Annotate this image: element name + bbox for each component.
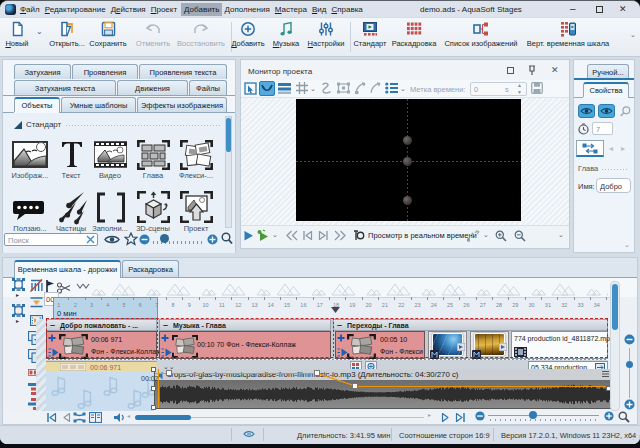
svg-text:32: 32 — [561, 302, 567, 308]
svg-text:25: 25 — [447, 302, 453, 308]
svg-text:24: 24 — [431, 302, 437, 308]
svg-text:11: 11 — [219, 302, 225, 308]
svg-text:6: 6 — [139, 302, 142, 308]
svg-text:10: 10 — [203, 302, 209, 308]
svg-text:26: 26 — [463, 302, 469, 308]
svg-text:28: 28 — [496, 302, 502, 308]
svg-text:1: 1 — [57, 302, 60, 308]
svg-text:30: 30 — [529, 302, 535, 308]
svg-text:29: 29 — [512, 302, 518, 308]
svg-text:23: 23 — [414, 302, 420, 308]
svg-text:31: 31 — [545, 302, 551, 308]
svg-text:3: 3 — [90, 302, 93, 308]
svg-text:16: 16 — [300, 302, 306, 308]
svg-text:9: 9 — [188, 302, 191, 308]
svg-text:14: 14 — [268, 302, 274, 308]
svg-text:4: 4 — [106, 302, 109, 308]
svg-text:34: 34 — [594, 302, 600, 308]
svg-text:8: 8 — [171, 302, 174, 308]
svg-text:20: 20 — [366, 302, 372, 308]
svg-text:13: 13 — [251, 302, 257, 308]
svg-text:27: 27 — [480, 302, 486, 308]
svg-text:5: 5 — [123, 302, 126, 308]
svg-text:21: 21 — [382, 302, 388, 308]
svg-text:15: 15 — [284, 302, 290, 308]
svg-text:12: 12 — [235, 302, 241, 308]
svg-text:17: 17 — [317, 302, 323, 308]
svg-text:2: 2 — [74, 302, 77, 308]
svg-text:7: 7 — [155, 302, 158, 308]
svg-text:22: 22 — [398, 302, 404, 308]
svg-text:33: 33 — [577, 302, 583, 308]
svg-text:19: 19 — [349, 302, 355, 308]
